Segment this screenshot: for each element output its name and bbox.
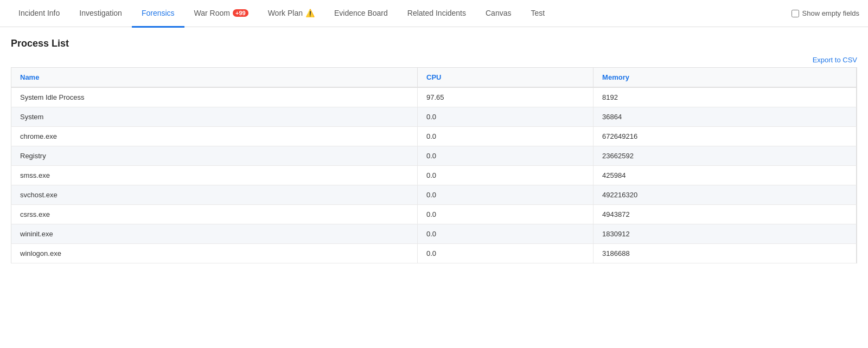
cell-name: winlogon.exe [11, 244, 418, 263]
col-header-name[interactable]: Name [11, 68, 418, 88]
tab-label-investigation: Investigation [79, 9, 122, 17]
cell-cpu: 97.65 [418, 87, 593, 107]
tab-forensics[interactable]: Forensics [132, 1, 184, 28]
cell-cpu: 0.0 [418, 146, 593, 166]
tab-bar-left: Incident InfoInvestigationForensicsWar R… [9, 0, 792, 27]
cell-name: wininit.exe [11, 224, 418, 244]
tab-label-related-incidents: Related Incidents [407, 9, 466, 17]
cell-cpu: 0.0 [418, 205, 593, 224]
show-empty-fields-label[interactable]: Show empty fields [792, 9, 860, 17]
tab-label-forensics: Forensics [142, 9, 175, 17]
cell-name: System [11, 107, 418, 127]
process-table: NameCPUMemory System Idle Process97.6581… [11, 67, 857, 263]
table-row: csrss.exe0.04943872 [11, 205, 857, 224]
cell-name: svchost.exe [11, 185, 418, 205]
cell-memory: 492216320 [593, 185, 857, 205]
tab-evidence-board[interactable]: Evidence Board [324, 1, 398, 28]
tab-incident-info[interactable]: Incident Info [9, 1, 69, 28]
cell-cpu: 0.0 [418, 166, 593, 185]
col-header-memory[interactable]: Memory [593, 68, 857, 88]
export-row: Export to CSV [11, 56, 857, 64]
table-row: svchost.exe0.0492216320 [11, 185, 857, 205]
tab-label-canvas: Canvas [486, 9, 511, 17]
tab-warning-icon-work-plan: ⚠️ [305, 9, 315, 17]
cell-cpu: 0.0 [418, 224, 593, 244]
table-body: System Idle Process97.658192System0.0368… [11, 87, 857, 263]
show-empty-fields-checkbox[interactable] [792, 10, 799, 17]
cell-memory: 425984 [593, 166, 857, 185]
col-header-cpu[interactable]: CPU [418, 68, 593, 88]
table-row: Registry0.023662592 [11, 146, 857, 166]
cell-memory: 3186688 [593, 244, 857, 263]
cell-name: System Idle Process [11, 87, 418, 107]
tab-label-evidence-board: Evidence Board [334, 9, 388, 17]
tab-bar: Incident InfoInvestigationForensicsWar R… [0, 0, 868, 27]
tab-label-test: Test [531, 9, 545, 17]
table-wrapper: NameCPUMemory System Idle Process97.6581… [11, 67, 857, 263]
cell-cpu: 0.0 [418, 244, 593, 263]
table-row: smss.exe0.0425984 [11, 166, 857, 185]
tab-badge-war-room: +99 [233, 9, 248, 17]
tab-related-incidents[interactable]: Related Incidents [398, 1, 476, 28]
table-header: NameCPUMemory [11, 68, 857, 88]
cell-name: csrss.exe [11, 205, 418, 224]
table-row: chrome.exe0.0672649216 [11, 127, 857, 146]
tab-label-incident-info: Incident Info [18, 9, 60, 17]
table-row: wininit.exe0.01830912 [11, 224, 857, 244]
tab-label-work-plan: Work Plan [268, 9, 303, 17]
cell-cpu: 0.0 [418, 185, 593, 205]
table-row: System Idle Process97.658192 [11, 87, 857, 107]
tab-canvas[interactable]: Canvas [476, 1, 521, 28]
cell-memory: 36864 [593, 107, 857, 127]
tab-work-plan[interactable]: Work Plan⚠️ [258, 1, 324, 28]
cell-cpu: 0.0 [418, 127, 593, 146]
tab-war-room[interactable]: War Room+99 [184, 1, 258, 28]
cell-cpu: 0.0 [418, 107, 593, 127]
tab-label-war-room: War Room [194, 9, 230, 17]
cell-memory: 4943872 [593, 205, 857, 224]
table-row: winlogon.exe0.03186688 [11, 244, 857, 263]
section-title: Process List [11, 38, 857, 49]
cell-memory: 1830912 [593, 224, 857, 244]
table-row: System0.036864 [11, 107, 857, 127]
tab-bar-right: Show empty fields [792, 9, 860, 17]
cell-name: smss.exe [11, 166, 418, 185]
show-empty-fields-text: Show empty fields [802, 9, 860, 17]
table-header-row: NameCPUMemory [11, 68, 857, 88]
export-csv-link[interactable]: Export to CSV [813, 56, 857, 64]
cell-memory: 8192 [593, 87, 857, 107]
tab-investigation[interactable]: Investigation [69, 1, 132, 28]
cell-name: Registry [11, 146, 418, 166]
tab-test[interactable]: Test [521, 1, 554, 28]
cell-name: chrome.exe [11, 127, 418, 146]
content-area: Process List Export to CSV NameCPUMemory… [0, 27, 868, 274]
cell-memory: 672649216 [593, 127, 857, 146]
cell-memory: 23662592 [593, 146, 857, 166]
